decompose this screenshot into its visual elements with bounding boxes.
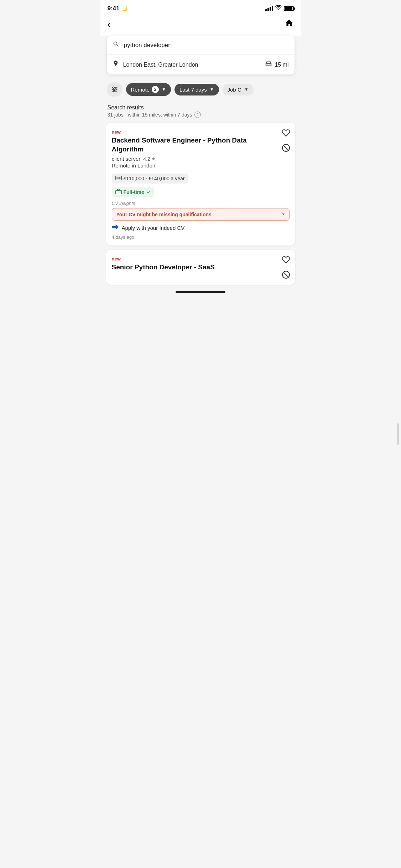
remote-filter-label: Remote	[131, 87, 150, 93]
dismiss-job-button[interactable]	[282, 144, 290, 154]
svg-point-6	[115, 89, 116, 90]
dismiss-job-button[interactable]	[282, 270, 290, 280]
moon-icon: 🌙	[121, 6, 127, 11]
cv-insights-label: CV insights	[112, 201, 290, 206]
job-card: new Senior Python Developer - SaaS	[106, 250, 295, 285]
cv-warning-text: Your CV might be missing qualifications	[116, 212, 212, 217]
apply-arrow-icon	[112, 224, 119, 232]
home-bar	[176, 291, 225, 293]
jobc-filter-label: Job C	[228, 87, 241, 93]
search-input[interactable]: python developer	[124, 42, 170, 49]
battery-icon	[284, 6, 294, 11]
job-title[interactable]: Backend Software Engineer - Python Data …	[112, 136, 290, 154]
back-button[interactable]: ‹	[108, 19, 111, 30]
card-actions	[282, 255, 290, 280]
save-job-button[interactable]	[282, 255, 290, 265]
filter-icon-button[interactable]	[107, 82, 123, 97]
svg-point-7	[113, 91, 115, 92]
salary-icon	[115, 175, 122, 182]
last7days-chevron-icon: ▼	[210, 87, 214, 92]
svg-point-5	[113, 87, 114, 88]
car-icon	[265, 61, 272, 68]
wifi-icon	[275, 5, 282, 12]
rating-value: 4.2	[143, 156, 150, 162]
help-icon[interactable]: ?	[194, 112, 201, 118]
last7days-filter-button[interactable]: Last 7 days ▼	[175, 84, 219, 95]
location-row[interactable]: London East, Greater London 15 mi	[107, 55, 295, 74]
new-badge: new	[112, 129, 290, 135]
last7days-filter-label: Last 7 days	[179, 87, 207, 93]
svg-line-17	[283, 272, 288, 277]
results-count-text: 31 jobs - within 15 miles, within 7 days	[108, 112, 192, 118]
status-time: 9:41	[108, 5, 120, 12]
job-title-link[interactable]: Senior Python Developer - SaaS	[112, 263, 215, 271]
jobc-filter-button[interactable]: Job C ▼	[223, 84, 254, 95]
apply-text: Apply with your Indeed CV	[122, 225, 185, 231]
distance-wrap: 15 mi	[265, 61, 288, 68]
job-title[interactable]: Senior Python Developer - SaaS	[112, 263, 290, 272]
home-button[interactable]	[285, 19, 294, 30]
svg-point-0	[267, 64, 268, 66]
location-icon	[113, 60, 119, 69]
status-bar: 9:41 🌙	[100, 0, 301, 15]
save-job-button[interactable]	[282, 129, 290, 139]
location-text: London East, Greater London	[123, 62, 265, 68]
apply-row[interactable]: Apply with your Indeed CV	[112, 224, 290, 232]
svg-marker-15	[112, 224, 119, 230]
company-row: client server 4.2 ★	[112, 156, 290, 162]
search-container: python developer London East, Greater Lo…	[107, 36, 295, 74]
star-icon: ★	[151, 156, 156, 161]
results-title: Search results	[108, 104, 294, 111]
jobtype-tag: Full-time ✓	[112, 187, 154, 197]
salary-tag: £110,000 - £140,000 a year	[112, 174, 188, 184]
posted-time: 4 days ago	[112, 234, 290, 240]
signal-bars-icon	[265, 6, 273, 11]
cards-container: new Backend Software Engineer - Python D…	[100, 120, 301, 288]
svg-rect-10	[115, 176, 121, 180]
distance-text: 15 mi	[275, 62, 288, 68]
jobc-chevron-icon: ▼	[244, 87, 249, 92]
tags-row: £110,000 - £140,000 a year	[112, 174, 290, 184]
svg-point-11	[118, 177, 119, 179]
results-count-row: 31 jobs - within 15 miles, within 7 days…	[108, 112, 294, 118]
svg-rect-14	[115, 191, 121, 195]
checkmark-icon: ✓	[147, 190, 151, 195]
svg-line-9	[283, 145, 288, 150]
remote-filter-button[interactable]: Remote 2 ▼	[126, 83, 171, 96]
search-row[interactable]: python developer	[107, 36, 295, 55]
status-icons	[265, 5, 294, 12]
cv-warning-help-icon[interactable]: ?	[281, 211, 285, 217]
results-info: Search results 31 jobs - within 15 miles…	[100, 100, 301, 120]
remote-chevron-icon: ▼	[162, 87, 166, 92]
card-actions	[282, 129, 290, 154]
company-name: client server	[112, 156, 141, 162]
briefcase-icon	[115, 189, 122, 195]
jobtype-text: Full-time	[124, 189, 144, 195]
search-icon	[113, 41, 120, 50]
new-badge: new	[112, 256, 290, 262]
job-location: Remote in London	[112, 162, 290, 169]
salary-text: £110,000 - £140,000 a year	[124, 176, 185, 181]
filter-bar: Remote 2 ▼ Last 7 days ▼ Job C ▼	[100, 79, 301, 100]
company-rating: 4.2 ★	[143, 156, 155, 162]
cv-warning[interactable]: Your CV might be missing qualifications …	[112, 208, 290, 221]
svg-point-1	[270, 64, 271, 66]
nav-bar: ‹	[100, 15, 301, 36]
home-indicator	[100, 288, 301, 295]
jobtype-row: Full-time ✓	[112, 187, 290, 197]
job-card: new Backend Software Engineer - Python D…	[106, 123, 295, 246]
remote-filter-badge: 2	[152, 86, 159, 93]
